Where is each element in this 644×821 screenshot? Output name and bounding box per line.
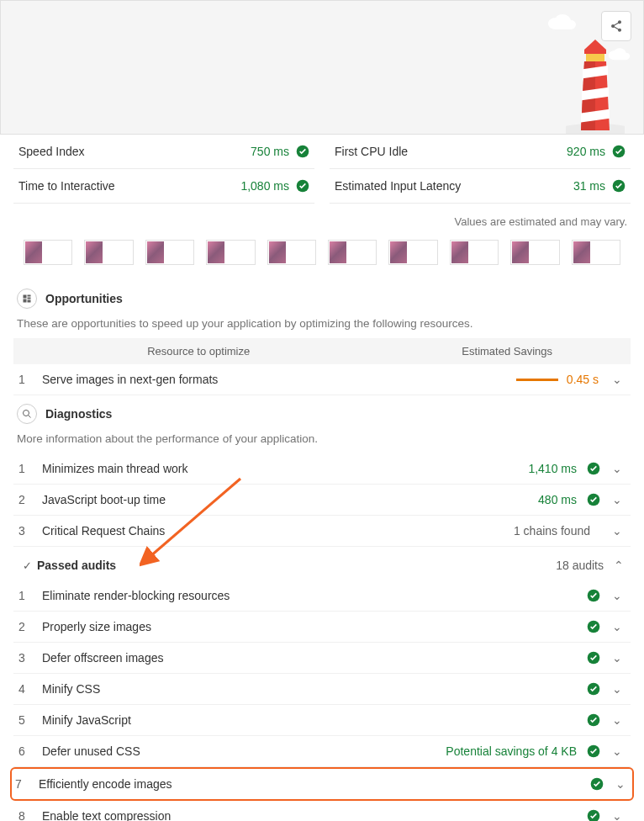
- row-number: 1: [18, 373, 42, 386]
- pass-check-icon: [590, 777, 604, 791]
- passed-audit-row[interactable]: 8Enable text compression⌄: [13, 801, 631, 821]
- audit-savings: Potential savings of 4 KB: [446, 744, 577, 758]
- svg-rect-2: [584, 50, 606, 54]
- row-number: 4: [18, 682, 42, 696]
- pass-check-icon: [296, 145, 309, 158]
- chevron-down-icon[interactable]: ⌄: [609, 620, 626, 633]
- chevron-down-icon[interactable]: ⌄: [609, 493, 626, 506]
- diagnostics-icon: [17, 404, 37, 424]
- passed-audit-row[interactable]: 5Minify JavaScript⌄: [13, 705, 631, 736]
- passed-audit-row[interactable]: 2Properly size images⌄: [13, 612, 631, 643]
- row-number: 8: [18, 809, 42, 821]
- column-header: Resource to optimize: [13, 345, 383, 358]
- chevron-up-icon: ⌃: [610, 559, 627, 572]
- chevron-down-icon[interactable]: ⌄: [609, 809, 626, 821]
- diagnostic-value: 480 ms: [538, 493, 577, 506]
- metric-label: Estimated Input Latency: [335, 179, 461, 193]
- row-number: 3: [18, 651, 42, 665]
- diagnostics-section: Diagnostics More information about the p…: [0, 395, 644, 547]
- pass-check-icon: [587, 493, 600, 506]
- filmstrip-thumb[interactable]: [510, 240, 559, 265]
- section-title: Passed audits: [37, 559, 116, 572]
- svg-point-11: [24, 410, 29, 416]
- chevron-down-icon[interactable]: ⌄: [609, 713, 626, 727]
- filmstrip-thumb[interactable]: [572, 240, 620, 265]
- pass-check-icon: [296, 179, 309, 193]
- opportunity-row[interactable]: 1Serve images in next-gen formats0.45 s⌄: [13, 364, 631, 395]
- svg-marker-3: [584, 40, 606, 50]
- diagnostic-row[interactable]: 1Minimizes main thread work1,410 ms⌄: [13, 453, 631, 485]
- row-title: Enable text compression: [42, 809, 587, 821]
- pass-check-icon: [587, 651, 600, 665]
- lighthouse-icon: [566, 24, 625, 134]
- chevron-down-icon[interactable]: ⌄: [609, 524, 626, 538]
- filmstrip-thumb[interactable]: [84, 240, 133, 265]
- chevron-down-icon[interactable]: ⌄: [609, 373, 626, 386]
- diagnostic-row[interactable]: 3Critical Request Chains1 chains found⌄: [13, 516, 631, 547]
- diagnostic-row[interactable]: 2JavaScript boot-up time480 ms⌄: [13, 485, 631, 516]
- passed-audit-row[interactable]: 4Minify CSS⌄: [13, 674, 631, 705]
- metric-value: 1,080 ms: [240, 179, 289, 193]
- pass-check-icon: [587, 713, 600, 727]
- metrics-grid: Speed Index750 msTime to Interactive1,08…: [0, 135, 644, 204]
- passed-audits-toggle[interactable]: ✓ Passed audits 18 audits ⌃: [13, 547, 631, 580]
- svg-point-24: [588, 810, 600, 821]
- passed-audit-row[interactable]: 7Efficiently encode images⌄: [10, 767, 634, 801]
- passed-audit-row[interactable]: 3Defer offscreen images⌄: [13, 643, 631, 674]
- filmstrip-thumb[interactable]: [145, 240, 194, 265]
- pass-check-icon: [587, 589, 600, 602]
- opportunities-icon: [17, 289, 37, 309]
- pass-check-icon: [587, 809, 600, 821]
- svg-line-12: [29, 416, 31, 418]
- pass-check-icon: [587, 744, 600, 758]
- row-number: 6: [18, 744, 42, 758]
- pass-check-icon: [587, 620, 600, 633]
- metric-value: 31 ms: [573, 179, 605, 193]
- opportunities-section: Opportunities These are opportunities to…: [0, 280, 644, 395]
- metric-row: Time to Interactive1,080 ms: [13, 169, 314, 204]
- metric-label: Time to Interactive: [18, 179, 115, 193]
- filmstrip-thumb[interactable]: [328, 240, 377, 265]
- pass-check-icon: [612, 145, 626, 158]
- metric-label: Speed Index: [18, 145, 85, 158]
- row-number: 1: [18, 589, 42, 602]
- chevron-down-icon[interactable]: ⌄: [612, 777, 629, 791]
- column-header: Estimated Savings: [383, 345, 631, 358]
- metric-value: 750 ms: [251, 145, 289, 158]
- filmstrip-thumb[interactable]: [450, 240, 499, 265]
- passed-audit-row[interactable]: 6Defer unused CSSPotential savings of 4 …: [13, 736, 631, 767]
- row-title: Eliminate render-blocking resources: [42, 589, 587, 602]
- row-number: 3: [18, 524, 42, 538]
- chevron-down-icon[interactable]: ⌄: [609, 651, 626, 665]
- row-number: 2: [18, 620, 42, 633]
- filmstrip-thumb[interactable]: [388, 240, 437, 265]
- row-number: 2: [18, 493, 42, 506]
- metric-value: 920 ms: [567, 145, 605, 158]
- row-number: 1: [18, 462, 42, 475]
- row-title: Defer offscreen images: [42, 651, 587, 665]
- chevron-down-icon[interactable]: ⌄: [609, 744, 626, 758]
- row-title: Minify JavaScript: [42, 713, 587, 727]
- row-number: 7: [15, 777, 39, 791]
- savings-bar: [516, 379, 558, 381]
- section-description: More information about the performance o…: [17, 432, 631, 445]
- pass-check-icon: [587, 682, 600, 696]
- row-title: Serve images in next-gen formats: [42, 373, 516, 386]
- check-icon: ✓: [17, 555, 37, 575]
- chevron-down-icon[interactable]: ⌄: [609, 589, 626, 602]
- metric-row: First CPU Idle920 ms: [330, 135, 631, 169]
- row-title: Efficiently encode images: [39, 777, 590, 791]
- section-title: Opportunities: [45, 292, 123, 305]
- filmstrip-thumb[interactable]: [24, 240, 72, 265]
- diagnostic-value: 1,410 ms: [528, 462, 577, 475]
- row-title: Properly size images: [42, 620, 587, 633]
- metric-label: First CPU Idle: [335, 145, 408, 158]
- chevron-down-icon[interactable]: ⌄: [609, 682, 626, 696]
- filmstrip: [0, 236, 644, 280]
- passed-audits-section: ✓ Passed audits 18 audits ⌃ 1Eliminate r…: [0, 547, 644, 821]
- savings-value: 0.45 s: [567, 373, 599, 386]
- chevron-down-icon[interactable]: ⌄: [609, 462, 626, 475]
- passed-audit-row[interactable]: 1Eliminate render-blocking resources⌄: [13, 580, 631, 612]
- filmstrip-thumb[interactable]: [267, 240, 316, 265]
- filmstrip-thumb[interactable]: [206, 240, 255, 265]
